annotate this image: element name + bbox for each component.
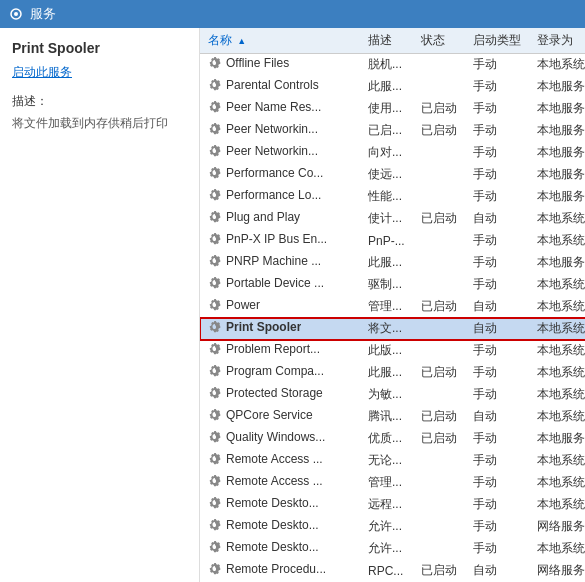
table-row[interactable]: Program Compa...此服...已启动手动本地系统 [200, 362, 585, 384]
service-status-cell [413, 164, 465, 186]
service-logon-cell: 网络服务 [529, 560, 585, 582]
table-row[interactable]: Remote Access ...无论...手动本地系统 [200, 450, 585, 472]
table-row[interactable]: Print Spooler将文...自动本地系统 [200, 318, 585, 340]
table-row[interactable]: Remote Deskto...允许...手动网络服务 [200, 516, 585, 538]
services-tbody: Offline Files脱机...手动本地系统Parental Control… [200, 54, 585, 583]
table-row[interactable]: Parental Controls此服...手动本地服务 [200, 76, 585, 98]
gear-icon [208, 408, 222, 422]
service-desc-cell: 管理... [360, 472, 413, 494]
service-startup-cell: 手动 [465, 472, 529, 494]
service-name-text: Peer Networkin... [226, 122, 318, 136]
service-desc-cell: 驱制... [360, 274, 413, 296]
gear-icon [208, 122, 222, 136]
service-name-cell: Remote Access ... [200, 450, 360, 468]
table-row[interactable]: QPCore Service腾讯...已启动自动本地系统 [200, 406, 585, 428]
service-logon-cell: 本地服务 [529, 252, 585, 274]
service-name-text: Program Compa... [226, 364, 324, 378]
service-status-cell [413, 538, 465, 560]
service-status-cell [413, 384, 465, 406]
service-name-cell: Plug and Play [200, 208, 360, 226]
service-desc-cell: 无论... [360, 450, 413, 472]
service-name-cell: Remote Procedu... [200, 560, 360, 578]
service-startup-cell: 手动 [465, 538, 529, 560]
gear-icon [208, 254, 222, 268]
service-name-cell: Portable Device ... [200, 274, 360, 292]
service-startup-cell: 自动 [465, 560, 529, 582]
service-name-cell: Parental Controls [200, 76, 360, 94]
table-row[interactable]: Problem Report...此版...手动本地系统 [200, 340, 585, 362]
gear-icon [208, 540, 222, 554]
service-name-text: Remote Deskto... [226, 496, 319, 510]
service-status-cell: 已启动 [413, 560, 465, 582]
table-row[interactable]: PNRP Machine ...此服...手动本地服务 [200, 252, 585, 274]
service-startup-cell: 手动 [465, 274, 529, 296]
col-header-desc[interactable]: 描述 [360, 28, 413, 54]
col-header-logon[interactable]: 登录为 [529, 28, 585, 54]
service-startup-cell: 手动 [465, 494, 529, 516]
table-row[interactable]: Remote Deskto...允许...手动本地系统 [200, 538, 585, 560]
services-table-panel: 名称 ▲ 描述 状态 启动类型 登录为 Offline Files脱机...手动… [200, 28, 585, 582]
service-status-cell [413, 252, 465, 274]
table-row[interactable]: Performance Lo...性能...手动本地服务 [200, 186, 585, 208]
service-status-cell [413, 318, 465, 340]
table-row[interactable]: PnP-X IP Bus En...PnP-...手动本地系统 [200, 230, 585, 252]
table-row[interactable]: Remote Access ...管理...手动本地系统 [200, 472, 585, 494]
service-logon-cell: 本地系统 [529, 538, 585, 560]
service-name-text: Peer Name Res... [226, 100, 321, 114]
service-startup-cell: 手动 [465, 120, 529, 142]
desc-text: 将文件加载到内存供稍后打印 [12, 114, 187, 132]
gear-icon [208, 78, 222, 92]
service-startup-cell: 手动 [465, 54, 529, 76]
gear-icon [208, 276, 222, 290]
service-name-cell: Peer Networkin... [200, 120, 360, 138]
table-row[interactable]: Power管理...已启动自动本地系统 [200, 296, 585, 318]
service-desc-cell: 远程... [360, 494, 413, 516]
service-name-cell: Performance Co... [200, 164, 360, 182]
table-row[interactable]: Protected Storage为敏...手动本地系统 [200, 384, 585, 406]
table-row[interactable]: Remote Procedu...RPC...已启动自动网络服务 [200, 560, 585, 582]
service-startup-cell: 自动 [465, 318, 529, 340]
table-row[interactable]: Plug and Play使计...已启动自动本地系统 [200, 208, 585, 230]
gear-icon [208, 166, 222, 180]
table-row[interactable]: Offline Files脱机...手动本地系统 [200, 54, 585, 76]
gear-icon [208, 496, 222, 510]
service-name-text: Remote Deskto... [226, 518, 319, 532]
service-name-text: Power [226, 298, 260, 312]
table-row[interactable]: Remote Deskto...远程...手动本地系统 [200, 494, 585, 516]
service-name-cell: Peer Networkin... [200, 142, 360, 160]
service-name-text: Remote Procedu... [226, 562, 326, 576]
table-row[interactable]: Peer Networkin...向对...手动本地服务 [200, 142, 585, 164]
gear-icon [208, 430, 222, 444]
service-name-cell: Peer Name Res... [200, 98, 360, 116]
service-logon-cell: 本地系统 [529, 450, 585, 472]
main-content: Print Spooler 启动此服务 描述： 将文件加载到内存供稍后打印 名称… [0, 28, 585, 582]
service-status-cell: 已启动 [413, 208, 465, 230]
title-bar: 服务 [0, 0, 585, 28]
table-header-row: 名称 ▲ 描述 状态 启动类型 登录为 [200, 28, 585, 54]
service-desc-cell: 管理... [360, 296, 413, 318]
service-logon-cell: 本地系统 [529, 362, 585, 384]
start-service-link[interactable]: 启动此服务 [12, 64, 187, 81]
service-logon-cell: 本地系统 [529, 340, 585, 362]
service-desc-cell: 优质... [360, 428, 413, 450]
service-status-cell: 已启动 [413, 98, 465, 120]
service-name-cell: Power [200, 296, 360, 314]
service-startup-cell: 自动 [465, 208, 529, 230]
service-startup-cell: 手动 [465, 516, 529, 538]
table-row[interactable]: Performance Co...使远...手动本地服务 [200, 164, 585, 186]
service-status-cell: 已启动 [413, 362, 465, 384]
col-header-name[interactable]: 名称 ▲ [200, 28, 360, 54]
service-name-text: Quality Windows... [226, 430, 325, 444]
col-header-status[interactable]: 状态 [413, 28, 465, 54]
col-header-startup[interactable]: 启动类型 [465, 28, 529, 54]
table-row[interactable]: Peer Networkin...已启...已启动手动本地服务 [200, 120, 585, 142]
table-row[interactable]: Peer Name Res...使用...已启动手动本地服务 [200, 98, 585, 120]
gear-icon [208, 452, 222, 466]
table-row[interactable]: Quality Windows...优质...已启动手动本地服务 [200, 428, 585, 450]
services-table: 名称 ▲ 描述 状态 启动类型 登录为 Offline Files脱机...手动… [200, 28, 585, 582]
table-row[interactable]: Portable Device ...驱制...手动本地系统 [200, 274, 585, 296]
service-desc-cell: 使用... [360, 98, 413, 120]
service-status-cell [413, 230, 465, 252]
gear-icon [208, 188, 222, 202]
service-name-cell: Remote Deskto... [200, 494, 360, 512]
